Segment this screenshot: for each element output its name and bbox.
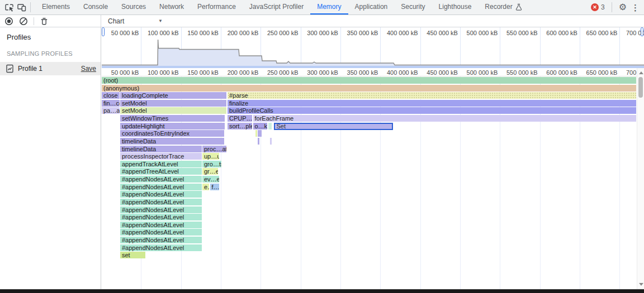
record-heap-button[interactable] — [4, 17, 13, 26]
scrollbar-thumb[interactable] — [638, 77, 643, 98]
flame-bar[interactable]: #parse — [228, 92, 636, 99]
flame-bar[interactable]: updateHighlight — [120, 123, 225, 129]
toolbar-divider — [34, 17, 34, 25]
flame-bar[interactable]: setModel — [120, 107, 226, 114]
flame-bar[interactable]: #appendNodesAtLevel — [120, 199, 202, 205]
tab-network[interactable]: Network — [153, 0, 191, 15]
error-count: 3 — [601, 3, 605, 11]
axis-tick-label: 700 000 kB — [593, 30, 644, 36]
tab-label: Application — [355, 3, 388, 11]
flame-bar[interactable]: set — [120, 252, 145, 258]
more-options-icon[interactable]: ⋮ — [631, 3, 640, 12]
flame-bar[interactable]: processInspectorTrace — [120, 153, 202, 160]
flame-bar[interactable]: #appendNodesAtLevel — [120, 244, 202, 251]
tabbar-right-divider — [612, 2, 612, 12]
flame-bar[interactable]: o…k — [253, 123, 267, 129]
flame-bar-selected[interactable]: Set — [274, 123, 394, 130]
sidebar-item-profile-1[interactable]: Profile 1 Save — [0, 62, 101, 75]
scroll-up-icon[interactable] — [639, 71, 643, 74]
tabbar-divider — [30, 2, 31, 12]
flame-bar[interactable]: timelineData — [120, 146, 202, 152]
flame-bar[interactable]: (root) — [102, 77, 636, 84]
view-mode-value: Chart — [108, 17, 124, 25]
delete-profile-icon[interactable] — [40, 17, 49, 26]
tab-memory[interactable]: Memory — [310, 0, 348, 15]
flame-bar[interactable]: ev…ew — [202, 176, 219, 182]
devtools-window: ElementsConsoleSourcesNetworkPerformance… — [0, 0, 644, 293]
view-toolbar: Chart ▼ — [101, 15, 644, 27]
flame-bar[interactable]: #appendNodesAtLevel — [120, 222, 202, 228]
flame-bar[interactable]: #appendNodesAtLevel — [120, 191, 202, 198]
view-mode-select[interactable]: Chart ▼ — [105, 17, 166, 25]
tab-application[interactable]: Application — [348, 0, 395, 15]
tab-console[interactable]: Console — [77, 0, 115, 15]
sidebar-section-label: SAMPLING PROFILES — [0, 41, 101, 57]
flame-bar[interactable]: forEachFrame — [253, 115, 637, 122]
flame-bar[interactable]: #appendNodesAtLevel — [120, 237, 202, 243]
flame-bar[interactable]: CPUP…del — [228, 115, 252, 122]
save-profile-link[interactable]: Save — [81, 65, 96, 73]
tabbar-left-icons — [0, 0, 35, 15]
flame-bar[interactable]: finalize — [228, 100, 636, 107]
axis-tick-label: 700 000 kB — [593, 69, 637, 76]
flame-bar[interactable]: e… — [202, 184, 209, 190]
flame-bar[interactable]: up…up — [202, 153, 219, 160]
profile-document-icon — [6, 64, 14, 73]
tab-label: Recorder — [485, 3, 512, 11]
flame-bar[interactable]: timelineData — [120, 138, 224, 145]
flame-bar[interactable]: close — [102, 92, 120, 99]
scroll-down-icon[interactable] — [639, 283, 643, 286]
tab-label: Console — [83, 3, 108, 11]
flame-bar[interactable]: proc…ata — [202, 146, 226, 152]
flame-bar[interactable]: #appendNodesAtLevel — [120, 214, 202, 220]
tab-label: Security — [401, 3, 425, 11]
profiles-sidebar: Profiles SAMPLING PROFILES Profile 1 Sav… — [0, 27, 101, 289]
clear-profiles-button[interactable] — [19, 17, 28, 26]
settings-gear-icon[interactable]: ⚙ — [619, 3, 627, 12]
flame-bar[interactable]: pa…at — [102, 107, 120, 114]
tab-lighthouse[interactable]: Lighthouse — [432, 0, 479, 15]
flame-bar[interactable]: #appendNodesAtLevel — [120, 229, 202, 236]
flame-bar[interactable] — [270, 138, 272, 145]
flame-bar[interactable]: (anonymous) — [102, 85, 636, 92]
tab-javascript-profiler[interactable]: JavaScript Profiler — [243, 0, 310, 15]
flame-bar[interactable]: #appendNodesAtLevel — [120, 206, 202, 213]
flame-bar[interactable]: gr…ew — [202, 168, 218, 175]
flame-bar[interactable]: appendTrackAtLevel — [120, 161, 202, 167]
flame-bar[interactable]: sort…ples — [228, 123, 252, 129]
flame-bar[interactable]: gro…ts — [202, 161, 221, 167]
panel-tabs: ElementsConsoleSourcesNetworkPerformance… — [35, 0, 529, 15]
tab-label: Sources — [121, 3, 146, 11]
tab-elements[interactable]: Elements — [35, 0, 77, 15]
flame-bar[interactable]: loadingComplete — [120, 92, 226, 99]
flamechart[interactable]: (root)(anonymous)closeloadingComplete#pa… — [102, 76, 637, 289]
flame-bar[interactable]: #appendNodesAtLevel — [120, 184, 202, 190]
flame-bar[interactable] — [258, 130, 262, 137]
tab-performance[interactable]: Performance — [191, 0, 243, 15]
memory-overview[interactable]: 50 000 kB100 000 kB150 000 kB200 000 kB2… — [102, 27, 644, 68]
tab-label: Network — [159, 3, 184, 11]
flame-bar[interactable] — [258, 138, 260, 145]
tab-security[interactable]: Security — [394, 0, 432, 15]
tab-sources[interactable]: Sources — [115, 0, 153, 15]
flame-bar[interactable]: buildProfileCalls — [228, 107, 636, 114]
flame-bar[interactable] — [268, 123, 272, 129]
flame-bar[interactable]: setWindowTimes — [120, 115, 225, 122]
tab-label: JavaScript Profiler — [249, 3, 304, 11]
error-icon: ✕ — [591, 3, 599, 11]
profiler-controls — [0, 15, 101, 27]
sampling-profile-chart: 50 000 kB100 000 kB150 000 kB200 000 kB2… — [102, 27, 644, 289]
flame-bar[interactable]: f…r — [210, 184, 220, 190]
tab-recorder[interactable]: Recorder — [478, 0, 528, 15]
flame-bar[interactable]: setModel — [120, 100, 226, 107]
inspect-element-icon[interactable] — [3, 2, 16, 13]
flame-bar[interactable]: #appendTreeAtLevel — [120, 168, 202, 175]
flame-bar[interactable]: #appendNodesAtLevel — [120, 176, 202, 182]
overview-right-handle[interactable] — [641, 27, 643, 36]
device-toolbar-icon[interactable] — [16, 2, 28, 13]
vertical-scrollbar[interactable] — [637, 68, 644, 289]
flame-bar[interactable]: fin…ce — [102, 100, 120, 107]
flame-bar[interactable]: coordinatesToEntryIndex — [120, 130, 224, 137]
overview-left-handle[interactable] — [102, 27, 105, 36]
console-error-chip[interactable]: ✕ 3 — [591, 3, 605, 11]
